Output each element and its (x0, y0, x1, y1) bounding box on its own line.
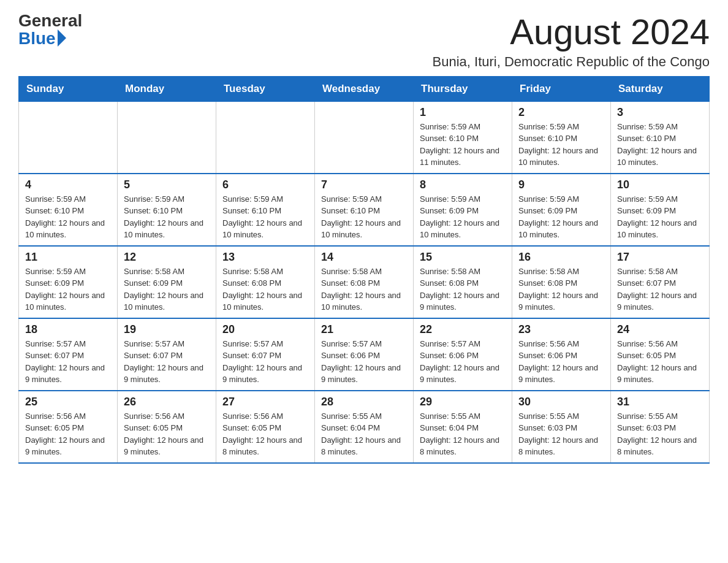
month-title: August 2024 (433, 12, 710, 52)
day-info: Sunrise: 5:59 AMSunset: 6:10 PMDaylight:… (617, 121, 703, 169)
calendar-cell (315, 101, 414, 174)
calendar-week-row: 1Sunrise: 5:59 AMSunset: 6:10 PMDaylight… (19, 101, 710, 174)
day-number: 11 (25, 251, 111, 264)
calendar-cell: 27Sunrise: 5:56 AMSunset: 6:05 PMDayligh… (216, 391, 315, 463)
day-number: 30 (518, 396, 604, 408)
day-info: Sunrise: 5:59 AMSunset: 6:09 PMDaylight:… (518, 193, 604, 241)
header: General Blue August 2024 Bunia, Ituri, D… (18, 12, 710, 70)
day-info: Sunrise: 5:55 AMSunset: 6:03 PMDaylight:… (518, 410, 604, 458)
day-number: 14 (321, 251, 407, 264)
calendar-cell: 2Sunrise: 5:59 AMSunset: 6:10 PMDaylight… (512, 101, 611, 174)
calendar-cell: 12Sunrise: 5:58 AMSunset: 6:09 PMDayligh… (118, 246, 216, 318)
day-info: Sunrise: 5:59 AMSunset: 6:09 PMDaylight:… (25, 266, 111, 313)
day-info: Sunrise: 5:57 AMSunset: 6:06 PMDaylight:… (321, 338, 407, 386)
day-number: 6 (222, 178, 308, 191)
calendar-cell: 25Sunrise: 5:56 AMSunset: 6:05 PMDayligh… (19, 391, 118, 463)
day-number: 17 (617, 251, 703, 264)
day-info: Sunrise: 5:58 AMSunset: 6:08 PMDaylight:… (420, 266, 506, 313)
day-number: 31 (617, 396, 703, 408)
calendar-cell: 17Sunrise: 5:58 AMSunset: 6:07 PMDayligh… (611, 246, 710, 318)
day-number: 18 (25, 323, 111, 336)
day-info: Sunrise: 5:59 AMSunset: 6:10 PMDaylight:… (222, 193, 308, 241)
day-info: Sunrise: 5:56 AMSunset: 6:05 PMDaylight:… (25, 410, 111, 458)
calendar-cell: 4Sunrise: 5:59 AMSunset: 6:10 PMDaylight… (19, 174, 118, 246)
day-info: Sunrise: 5:56 AMSunset: 6:05 PMDaylight:… (222, 410, 308, 458)
calendar-cell: 28Sunrise: 5:55 AMSunset: 6:04 PMDayligh… (315, 391, 414, 463)
day-info: Sunrise: 5:58 AMSunset: 6:07 PMDaylight:… (617, 266, 703, 313)
day-number: 7 (321, 178, 407, 191)
logo-general-text: General (18, 12, 82, 29)
day-number: 10 (617, 178, 703, 191)
day-number: 23 (518, 323, 604, 336)
day-number: 3 (617, 106, 703, 119)
calendar-cell: 20Sunrise: 5:57 AMSunset: 6:07 PMDayligh… (216, 318, 315, 391)
day-info: Sunrise: 5:59 AMSunset: 6:09 PMDaylight:… (420, 193, 506, 241)
day-number: 19 (124, 323, 210, 336)
logo-triangle-icon (58, 29, 66, 47)
calendar-cell: 19Sunrise: 5:57 AMSunset: 6:07 PMDayligh… (118, 318, 216, 391)
day-info: Sunrise: 5:57 AMSunset: 6:07 PMDaylight:… (124, 338, 210, 386)
calendar-header-row: SundayMondayTuesdayWednesdayThursdayFrid… (19, 76, 710, 101)
day-number: 2 (518, 106, 604, 119)
calendar-cell: 3Sunrise: 5:59 AMSunset: 6:10 PMDaylight… (611, 101, 710, 174)
calendar-cell: 1Sunrise: 5:59 AMSunset: 6:10 PMDaylight… (414, 101, 512, 174)
day-info: Sunrise: 5:59 AMSunset: 6:10 PMDaylight:… (321, 193, 407, 241)
calendar-header-wednesday: Wednesday (315, 76, 414, 101)
day-info: Sunrise: 5:56 AMSunset: 6:05 PMDaylight:… (124, 410, 210, 458)
calendar-cell (19, 101, 118, 174)
calendar-cell (118, 101, 216, 174)
logo: General Blue (18, 12, 82, 48)
day-number: 12 (124, 251, 210, 264)
day-number: 25 (25, 396, 111, 408)
calendar-cell: 29Sunrise: 5:55 AMSunset: 6:04 PMDayligh… (414, 391, 512, 463)
day-number: 16 (518, 251, 604, 264)
calendar-header-tuesday: Tuesday (216, 76, 315, 101)
calendar-cell: 9Sunrise: 5:59 AMSunset: 6:09 PMDaylight… (512, 174, 611, 246)
calendar-cell: 5Sunrise: 5:59 AMSunset: 6:10 PMDaylight… (118, 174, 216, 246)
calendar-cell: 23Sunrise: 5:56 AMSunset: 6:06 PMDayligh… (512, 318, 611, 391)
calendar-cell: 8Sunrise: 5:59 AMSunset: 6:09 PMDaylight… (414, 174, 512, 246)
day-info: Sunrise: 5:58 AMSunset: 6:08 PMDaylight:… (321, 266, 407, 313)
day-number: 27 (222, 396, 308, 408)
calendar-header-saturday: Saturday (611, 76, 710, 101)
day-info: Sunrise: 5:58 AMSunset: 6:08 PMDaylight:… (518, 266, 604, 313)
day-info: Sunrise: 5:59 AMSunset: 6:10 PMDaylight:… (420, 121, 506, 169)
day-info: Sunrise: 5:59 AMSunset: 6:10 PMDaylight:… (124, 193, 210, 241)
calendar-cell: 30Sunrise: 5:55 AMSunset: 6:03 PMDayligh… (512, 391, 611, 463)
calendar-cell (216, 101, 315, 174)
day-info: Sunrise: 5:59 AMSunset: 6:10 PMDaylight:… (518, 121, 604, 169)
day-info: Sunrise: 5:59 AMSunset: 6:10 PMDaylight:… (25, 193, 111, 241)
calendar-table: SundayMondayTuesdayWednesdayThursdayFrid… (18, 76, 710, 464)
calendar-cell: 21Sunrise: 5:57 AMSunset: 6:06 PMDayligh… (315, 318, 414, 391)
day-info: Sunrise: 5:59 AMSunset: 6:09 PMDaylight:… (617, 193, 703, 241)
day-info: Sunrise: 5:58 AMSunset: 6:08 PMDaylight:… (222, 266, 308, 313)
calendar-cell: 14Sunrise: 5:58 AMSunset: 6:08 PMDayligh… (315, 246, 414, 318)
calendar-header-thursday: Thursday (414, 76, 512, 101)
day-number: 1 (420, 106, 506, 119)
day-info: Sunrise: 5:55 AMSunset: 6:03 PMDaylight:… (617, 410, 703, 458)
calendar-header-sunday: Sunday (19, 76, 118, 101)
calendar-cell: 24Sunrise: 5:56 AMSunset: 6:05 PMDayligh… (611, 318, 710, 391)
calendar-cell: 26Sunrise: 5:56 AMSunset: 6:05 PMDayligh… (118, 391, 216, 463)
day-info: Sunrise: 5:57 AMSunset: 6:07 PMDaylight:… (222, 338, 308, 386)
day-number: 8 (420, 178, 506, 191)
calendar-cell: 10Sunrise: 5:59 AMSunset: 6:09 PMDayligh… (611, 174, 710, 246)
calendar-week-row: 18Sunrise: 5:57 AMSunset: 6:07 PMDayligh… (19, 318, 710, 391)
logo-blue-text: Blue (18, 30, 56, 47)
day-number: 9 (518, 178, 604, 191)
calendar-header-friday: Friday (512, 76, 611, 101)
calendar-cell: 7Sunrise: 5:59 AMSunset: 6:10 PMDaylight… (315, 174, 414, 246)
calendar-cell: 13Sunrise: 5:58 AMSunset: 6:08 PMDayligh… (216, 246, 315, 318)
calendar-cell: 18Sunrise: 5:57 AMSunset: 6:07 PMDayligh… (19, 318, 118, 391)
calendar-week-row: 25Sunrise: 5:56 AMSunset: 6:05 PMDayligh… (19, 391, 710, 463)
calendar-cell: 11Sunrise: 5:59 AMSunset: 6:09 PMDayligh… (19, 246, 118, 318)
day-number: 22 (420, 323, 506, 336)
day-info: Sunrise: 5:56 AMSunset: 6:06 PMDaylight:… (518, 338, 604, 386)
day-info: Sunrise: 5:55 AMSunset: 6:04 PMDaylight:… (420, 410, 506, 458)
day-info: Sunrise: 5:57 AMSunset: 6:07 PMDaylight:… (25, 338, 111, 386)
calendar-cell: 15Sunrise: 5:58 AMSunset: 6:08 PMDayligh… (414, 246, 512, 318)
day-number: 20 (222, 323, 308, 336)
calendar-cell: 6Sunrise: 5:59 AMSunset: 6:10 PMDaylight… (216, 174, 315, 246)
day-info: Sunrise: 5:57 AMSunset: 6:06 PMDaylight:… (420, 338, 506, 386)
calendar-cell: 31Sunrise: 5:55 AMSunset: 6:03 PMDayligh… (611, 391, 710, 463)
